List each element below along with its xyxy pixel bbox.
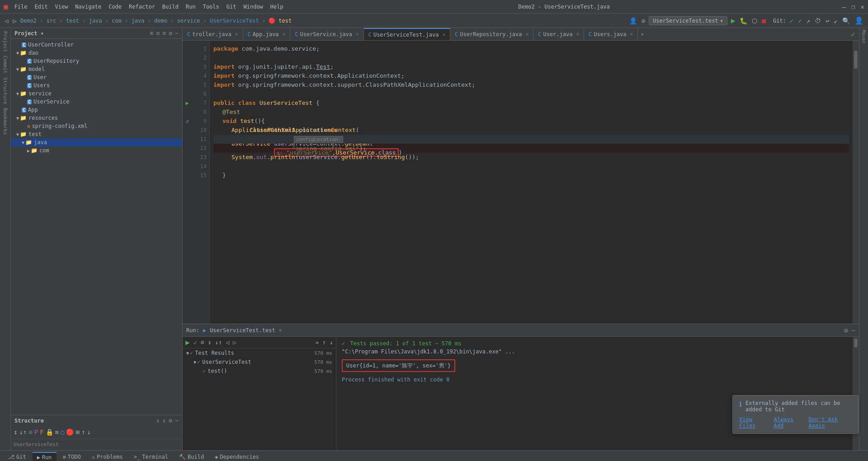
tree-item-dao[interactable]: ▼ 📁 dao [11, 49, 182, 57]
bc-com[interactable]: com [112, 18, 122, 24]
git-history[interactable]: ⏱ [815, 17, 821, 24]
bc-demo[interactable]: demo [154, 18, 167, 24]
struct-icon6[interactable]: 🔒 [46, 428, 53, 436]
tree-item-resources[interactable]: ▼ 📁 resources [11, 114, 182, 122]
run-up-btn[interactable]: ↑ [322, 339, 326, 346]
maven-label[interactable]: Maven [861, 30, 866, 43]
tree-item-com[interactable]: ▶ 📁 com [11, 146, 182, 155]
coverage-button[interactable]: ⬡ [752, 17, 757, 24]
test-result-root[interactable]: ▼ ✓ Test Results 570 ms [183, 348, 336, 358]
minimize-button[interactable]: — [842, 3, 846, 10]
run-down-btn[interactable]: ↓ [330, 339, 333, 346]
tree-item-userrepository[interactable]: C UserRepository [11, 57, 182, 65]
bc-demo2[interactable]: Demo2 [20, 18, 37, 24]
run-right-btn[interactable]: ▷ [233, 339, 236, 346]
tab-close[interactable]: ✕ [283, 31, 286, 37]
run-settings-icon[interactable]: ⚙ [844, 327, 848, 334]
search-icon[interactable]: 🔍 [842, 17, 850, 24]
close-button[interactable]: ✕ [861, 3, 864, 10]
menu-code[interactable]: Code [106, 3, 124, 11]
run-button[interactable]: ▶ [731, 16, 736, 25]
gutter-run-9[interactable]: ↺ [183, 117, 192, 126]
tab-troller[interactable]: C troller.java ✕ [183, 28, 243, 41]
tab-app[interactable]: C App.java ✕ [243, 28, 291, 41]
minimize-panel-icon[interactable]: − [175, 30, 179, 37]
git-check1[interactable]: ✓ [790, 17, 793, 24]
profile-icon[interactable]: 👤 [854, 16, 863, 25]
settings-icon[interactable]: ⚙ [169, 30, 172, 37]
bc-java[interactable]: java [89, 18, 102, 24]
structure-side-icon[interactable]: Structure [1, 76, 9, 106]
run-sort-button[interactable]: ↕ [208, 339, 212, 346]
menu-run[interactable]: Run [183, 3, 198, 11]
menu-window[interactable]: Window [241, 3, 265, 11]
code-content[interactable]: package com.java.demo.service; import or… [210, 41, 853, 324]
expand-icon[interactable]: ≡ [156, 30, 160, 37]
editor-scrollbar[interactable] [853, 41, 859, 324]
struct-icon3[interactable]: ⊙ [28, 428, 32, 436]
run-forward-btn[interactable]: » [316, 339, 319, 346]
test-result-userservicetest[interactable]: ▼ ✓ UserServiceTest 570 ms [183, 358, 336, 367]
tab-close[interactable]: ✕ [526, 31, 529, 37]
run-tab-close[interactable]: ✕ [279, 327, 282, 333]
project-icon[interactable]: Project [1, 30, 9, 53]
tab-close[interactable]: ✕ [442, 32, 445, 38]
run-stop-button[interactable]: ⊘ [201, 339, 204, 346]
tab-user[interactable]: C User.java ✕ [533, 28, 584, 41]
run-sort2-button[interactable]: ↓↑ [215, 339, 222, 346]
tree-item-test[interactable]: ▼ 📁 test [11, 130, 182, 138]
menu-view[interactable]: View [52, 3, 71, 11]
bottom-tab-dependencies[interactable]: ◈ Dependencies [210, 452, 264, 461]
always-add-link[interactable]: Always Add [774, 416, 803, 429]
run-pass-icon[interactable]: ✓ [193, 339, 197, 346]
run-play-button[interactable]: ▶ [185, 338, 190, 347]
tab-userservice[interactable]: C UserService.java ✕ [290, 28, 363, 41]
menu-file[interactable]: File [12, 3, 30, 11]
bc-src[interactable]: src [47, 18, 57, 24]
tree-item-app[interactable]: C App [11, 106, 182, 114]
tab-close[interactable]: ✕ [630, 31, 633, 37]
struct-icon12[interactable]: ↓ [87, 428, 90, 436]
tree-item-user[interactable]: C User [11, 73, 182, 81]
tree-item-spring-config[interactable]: ⚙ spring-config.xml [11, 122, 182, 130]
git-revert[interactable]: ↩ [826, 17, 829, 24]
tree-item-userservice[interactable]: C UserService [11, 98, 182, 106]
maximize-button[interactable]: ❐ [851, 3, 855, 10]
tab-close[interactable]: ✕ [235, 31, 238, 37]
struct-icon7[interactable]: ≡ [55, 428, 59, 436]
menu-refactor[interactable]: Refactor [126, 3, 158, 11]
struct-icon1[interactable]: ↕ [14, 428, 17, 436]
tab-close[interactable]: ✕ [356, 31, 359, 37]
commit-icon[interactable]: Commit [1, 54, 9, 75]
bc-userservicetest[interactable]: UserServiceTest [210, 18, 259, 24]
struct-sort-icon[interactable]: ↕ [156, 417, 160, 424]
tab-userrepository[interactable]: C UserRepository.java ✕ [450, 28, 533, 41]
gutter-run-7[interactable]: ▶ [183, 99, 192, 108]
git-pull[interactable]: ↙ [834, 17, 838, 24]
forward-icon[interactable]: ▷ [13, 17, 16, 24]
struct-settings-icon[interactable]: ⚙ [169, 417, 172, 424]
struct-icon2[interactable]: ↓↑ [19, 428, 27, 436]
struct-minimize-icon[interactable]: − [175, 417, 179, 424]
bookmarks-icon[interactable]: Bookmarks [1, 107, 9, 136]
tree-item-java[interactable]: ▼ 📁 java [11, 138, 182, 146]
run-tab-name[interactable]: UserServiceTest.test [210, 327, 275, 334]
bc-test[interactable]: test [66, 18, 79, 24]
tree-item-model[interactable]: ▼ 📁 model [11, 65, 182, 73]
tab-userservicetest[interactable]: C UserServiceTest.java ✕ [364, 28, 450, 41]
struct-icon8[interactable]: ◯ [61, 428, 64, 436]
bottom-tab-problems[interactable]: ⚠ Problems [87, 452, 127, 461]
bottom-tab-todo[interactable]: ≡ TODO [58, 452, 85, 461]
tabs-more[interactable]: ▾ [638, 31, 646, 38]
tree-item-users[interactable]: C Users [11, 81, 182, 89]
run-left-btn[interactable]: ◁ [226, 339, 229, 346]
struct-icon11[interactable]: ↑ [81, 428, 85, 436]
struct-icon10[interactable]: ⊞ [75, 428, 79, 436]
run-minimize-icon[interactable]: − [852, 327, 855, 334]
dont-ask-link[interactable]: Don't Ask Again [808, 416, 852, 429]
stop-button[interactable]: ■ [762, 17, 765, 24]
struct-icon5[interactable]: F [40, 428, 43, 436]
nav-people-icon[interactable]: 👤 [629, 17, 637, 24]
menu-edit[interactable]: Edit [32, 3, 51, 11]
sync-icon[interactable]: ⊕ [150, 30, 154, 37]
